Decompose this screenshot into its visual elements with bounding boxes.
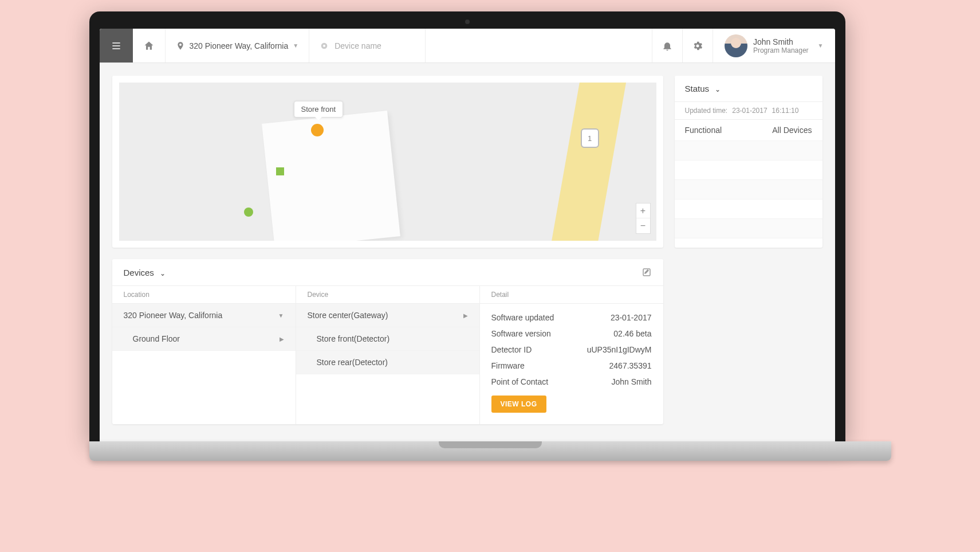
all-devices-label: All Devices xyxy=(772,126,812,135)
chevron-down-icon: ▼ xyxy=(293,42,298,49)
home-icon xyxy=(143,40,155,52)
status-row: Functional All Devices xyxy=(675,120,822,141)
profile-name: John Smith xyxy=(753,37,809,46)
location-row[interactable]: Ground Floor ▶ xyxy=(112,327,296,351)
detail-row: Detector IDuUP35nI1gIDwyM xyxy=(491,342,652,358)
detail-value: 2467.35391 xyxy=(609,361,652,370)
target-icon xyxy=(320,41,329,50)
device-row-label: Store center(Gateway) xyxy=(308,311,388,320)
device-row[interactable]: Store rear(Detector) xyxy=(296,351,479,374)
status-row-empty xyxy=(675,219,822,238)
main: 1 Store front + − xyxy=(100,63,835,441)
map-tooltip: Store front xyxy=(294,101,344,118)
devices-title-text: Devices xyxy=(124,268,154,277)
device-row-label: Store front(Detector) xyxy=(317,334,390,343)
location-row-label: 320 Pioneer Way, California xyxy=(124,311,223,320)
device-row[interactable]: Store center(Gateway) ▶ xyxy=(296,304,479,327)
route-shield: 1 xyxy=(581,128,599,148)
detail-label: Firmware xyxy=(491,361,525,370)
app-screen: 320 Pioneer Way, California ▼ John Smith… xyxy=(100,29,835,441)
detail-value: uUP35nI1gIDwyM xyxy=(587,345,652,354)
device-row[interactable]: Store front(Detector) xyxy=(296,327,479,351)
devices-title[interactable]: Devices ⌄ xyxy=(124,268,166,277)
status-row-empty xyxy=(675,199,822,219)
menu-icon xyxy=(111,40,122,52)
laptop-base xyxy=(89,441,891,461)
status-row-empty xyxy=(675,160,822,180)
settings-button[interactable] xyxy=(683,29,713,62)
caret-down-icon: ▼ xyxy=(278,312,284,319)
topbar: 320 Pioneer Way, California ▼ John Smith… xyxy=(100,29,835,63)
device-row-label: Store rear(Detector) xyxy=(317,358,388,367)
devices-header: Devices ⌄ xyxy=(112,259,663,286)
notifications-button[interactable] xyxy=(652,29,683,62)
zoom-in-button[interactable]: + xyxy=(636,203,650,218)
laptop-frame: 320 Pioneer Way, California ▼ John Smith… xyxy=(89,11,845,441)
status-header[interactable]: Status ⌄ xyxy=(675,76,822,102)
detail-row: Point of ContactJohn Smith xyxy=(491,374,652,390)
avatar xyxy=(725,34,747,57)
topbar-spacer xyxy=(426,29,652,62)
status-row-empty xyxy=(675,141,822,160)
gear-icon xyxy=(692,40,703,52)
map-canvas[interactable]: 1 Store front + − xyxy=(119,83,656,241)
updated-time: 16:11:10 xyxy=(772,107,799,115)
detail-value: 02.46 beta xyxy=(613,329,651,338)
device-search-input[interactable] xyxy=(334,41,415,50)
detail-row: Firmware2467.35391 xyxy=(491,358,652,374)
location-selector[interactable]: 320 Pioneer Way, California ▼ xyxy=(166,29,310,62)
bell-icon xyxy=(662,40,673,52)
chevron-down-icon: ⌄ xyxy=(160,269,166,277)
chevron-down-icon: ⌄ xyxy=(715,85,721,93)
map-road xyxy=(545,83,629,241)
location-row-label: Ground Floor xyxy=(133,334,180,343)
home-button[interactable] xyxy=(133,29,166,62)
left-column: 1 Store front + − xyxy=(112,76,663,429)
profile-info: John Smith Program Manager xyxy=(753,37,809,54)
detail-row: Software version02.46 beta xyxy=(491,326,652,342)
detail-label: Software updated xyxy=(491,313,554,322)
hamburger-button[interactable] xyxy=(100,29,133,62)
profile-role: Program Manager xyxy=(753,46,809,54)
edit-icon xyxy=(641,267,652,277)
updated-label: Updated time: xyxy=(685,107,728,115)
location-row[interactable]: 320 Pioneer Way, California ▼ xyxy=(112,304,296,327)
svg-point-4 xyxy=(323,45,325,47)
map-card: 1 Store front + − xyxy=(112,76,663,248)
device-search-seg xyxy=(309,29,426,62)
devices-columns: Location 320 Pioneer Way, California ▼ G… xyxy=(112,286,663,424)
location-column: Location 320 Pioneer Way, California ▼ G… xyxy=(112,286,296,424)
profile-menu[interactable]: John Smith Program Manager ▼ xyxy=(713,29,835,62)
edit-button[interactable] xyxy=(641,267,652,277)
chevron-down-icon: ▼ xyxy=(818,42,824,49)
device-header: Device xyxy=(296,286,479,304)
device-column: Device Store center(Gateway) ▶ Store fro… xyxy=(296,286,480,424)
location-header: Location xyxy=(112,286,296,304)
status-row-empty xyxy=(675,180,822,199)
status-card: Status ⌄ Updated time: 23-01-2017 16:11:… xyxy=(675,76,822,248)
detail-row: Software updated23-01-2017 xyxy=(491,310,652,326)
detail-value: John Smith xyxy=(611,377,651,386)
caret-right-icon: ▶ xyxy=(280,336,284,342)
detail-label: Detector ID xyxy=(491,345,532,354)
detail-column: Detail Software updated23-01-2017 Softwa… xyxy=(480,286,663,424)
detail-header: Detail xyxy=(480,286,663,304)
location-text: 320 Pioneer Way, California xyxy=(190,41,289,50)
devices-card: Devices ⌄ Location 320 Pioneer Way, Cali… xyxy=(112,259,663,424)
detail-body: Software updated23-01-2017 Software vers… xyxy=(480,304,663,424)
map-zoom: + − xyxy=(636,203,651,234)
functional-label: Functional xyxy=(685,126,722,135)
updated-date: 23-01-2017 xyxy=(732,107,767,115)
caret-right-icon: ▶ xyxy=(463,312,468,319)
detail-value: 23-01-2017 xyxy=(611,313,652,322)
view-log-button[interactable]: VIEW LOG xyxy=(491,396,546,413)
zoom-out-button[interactable]: − xyxy=(636,218,650,233)
status-updated: Updated time: 23-01-2017 16:11:10 xyxy=(675,102,822,120)
map-marker-store-rear[interactable] xyxy=(244,208,253,217)
status-title: Status xyxy=(685,84,710,93)
map-building xyxy=(262,111,400,241)
pin-icon xyxy=(176,40,185,52)
map-marker-gateway[interactable] xyxy=(276,167,284,175)
detail-label: Software version xyxy=(491,329,551,338)
map-marker-store-front[interactable] xyxy=(311,124,324,136)
